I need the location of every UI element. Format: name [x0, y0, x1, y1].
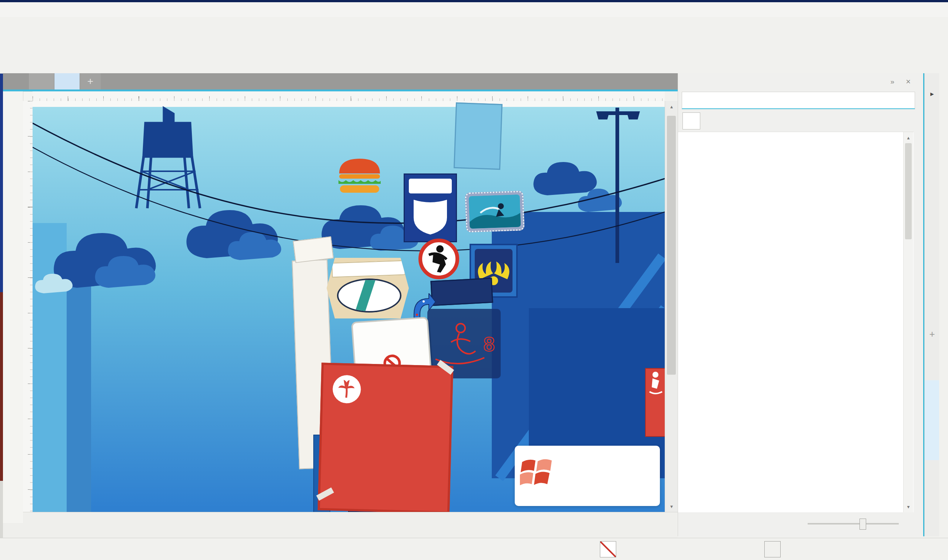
- tab-welcome-screen[interactable]: [29, 73, 54, 89]
- scroll-down-icon[interactable]: ▾: [665, 501, 678, 512]
- status-bar: [0, 538, 948, 560]
- burger-icon: [335, 157, 384, 197]
- scrollbar-thumb[interactable]: [667, 116, 676, 375]
- toolbox: [3, 91, 23, 523]
- docker-close-icon[interactable]: ×: [906, 77, 911, 86]
- surf-style-sign: [454, 103, 502, 170]
- banner-surfer-icon: [646, 369, 665, 398]
- vertical-ruler[interactable]: [23, 101, 33, 512]
- surfer-picture-sign: [465, 191, 525, 232]
- scroll-down-icon[interactable]: ▾: [903, 501, 913, 512]
- wallpaper-strip: [0, 292, 3, 481]
- docker-footer: [678, 513, 923, 535]
- add-docker-icon[interactable]: +: [925, 328, 939, 340]
- bagas31-watermark: [515, 446, 660, 506]
- docker-tab-strip: ▸ +: [924, 73, 939, 536]
- surfer-figure-icon: [422, 242, 455, 275]
- svg-text:8: 8: [483, 333, 495, 355]
- fill-none-swatch[interactable]: [600, 541, 616, 557]
- property-bar: [0, 43, 948, 74]
- new-document-tab-button[interactable]: +: [80, 73, 101, 89]
- west-82-sign: [404, 174, 457, 242]
- drawing-canvas[interactable]: 8 • — •: [32, 101, 665, 512]
- page-navigation-bar: [23, 512, 678, 523]
- tattoo-sign: [430, 278, 493, 306]
- surfer-picture-icon: [469, 195, 521, 229]
- layer-header-row: [678, 110, 923, 132]
- tab-hints[interactable]: [925, 109, 939, 112]
- burger-sign: [325, 157, 395, 264]
- objects-search-input[interactable]: [682, 92, 915, 109]
- objects-docker: » × ▴ ▾: [678, 73, 924, 536]
- tab-document[interactable]: [54, 73, 80, 89]
- objects-tree: ▴ ▾: [678, 132, 914, 512]
- wallpaper-strip: [0, 73, 3, 292]
- page-settings-icon[interactable]: [682, 112, 700, 129]
- tab-objects[interactable]: [925, 380, 939, 460]
- we-run-city-surfer-sign: [327, 258, 409, 318]
- tab-properties[interactable]: [925, 214, 939, 217]
- horizontal-ruler[interactable]: [32, 91, 665, 102]
- scrollbar-thumb[interactable]: [905, 143, 912, 239]
- canvas-vertical-scrollbar[interactable]: ▴ ▾: [665, 101, 678, 512]
- document-tab-bar: +: [3, 73, 678, 89]
- slider-thumb[interactable]: [860, 518, 866, 530]
- scroll-up-icon[interactable]: ▴: [665, 101, 678, 112]
- coreldraw-window: +: [0, 0, 948, 560]
- scroll-up-icon[interactable]: ▴: [903, 132, 913, 143]
- document-palette: [3, 523, 678, 538]
- whitehaven-beach-sign: [318, 363, 453, 512]
- ruler-origin-button[interactable]: [23, 91, 33, 102]
- docker-collapse-icon[interactable]: »: [890, 78, 894, 86]
- menu-bar: [0, 2, 948, 17]
- route-shield-icon: [410, 197, 451, 237]
- outline-color-swatch[interactable]: [764, 541, 781, 557]
- objects-scrollbar[interactable]: ▴ ▾: [903, 132, 913, 512]
- windows-flag-icon: [520, 454, 554, 488]
- red-surfing-banner: [645, 368, 665, 437]
- home-welcome-button[interactable]: [3, 73, 29, 89]
- standard-toolbar: [0, 17, 948, 43]
- color-palette: [939, 73, 948, 560]
- no-surfing-roundel: [418, 238, 459, 279]
- palm-tree-icon: [337, 379, 357, 400]
- flyout-arrow-icon[interactable]: ▸: [925, 89, 939, 98]
- thumbnail-size-slider[interactable]: [807, 523, 899, 525]
